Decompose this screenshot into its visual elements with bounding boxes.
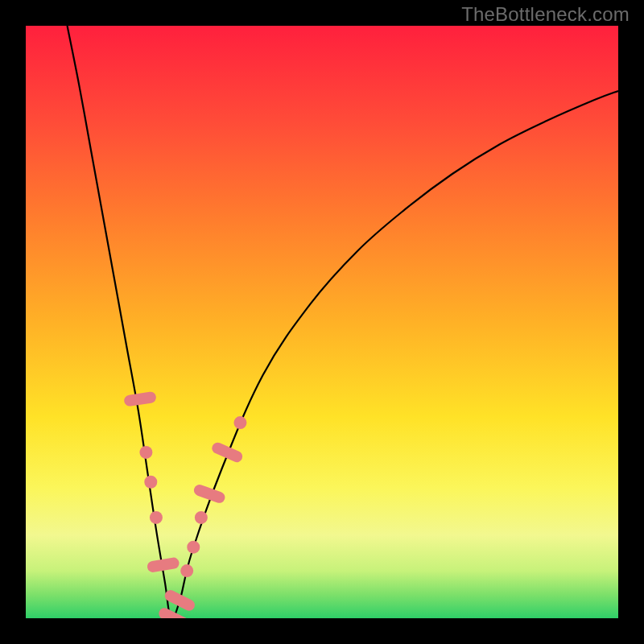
- outer-frame: TheBottleneck.com: [0, 0, 644, 644]
- marker-bead: [195, 511, 208, 524]
- marker-bead: [150, 511, 163, 524]
- gradient-background: [26, 26, 618, 618]
- watermark-text: TheBottleneck.com: [461, 3, 630, 26]
- marker-bead: [139, 446, 152, 459]
- marker-bead: [180, 564, 193, 577]
- marker-bead: [187, 541, 200, 554]
- marker-bead: [144, 476, 157, 489]
- chart-svg: [26, 26, 618, 618]
- plot-area: [26, 26, 618, 618]
- marker-bead: [233, 416, 246, 429]
